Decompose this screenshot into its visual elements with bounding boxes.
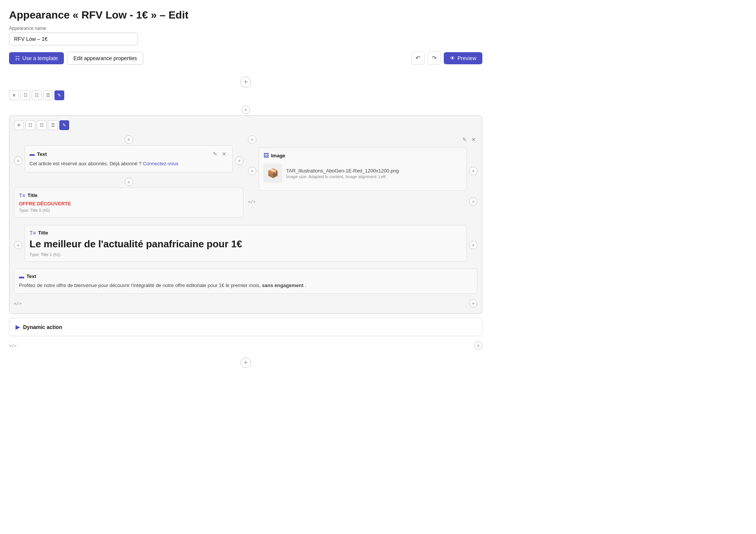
title2-sub: Type: Title 1 (h1) [29, 252, 462, 257]
inner-block-image: 🖼 Image 📦 TAR_Illustrations_AboGen-1E-Re… [259, 147, 467, 191]
text-block-title-row: ▬ Text [29, 151, 47, 157]
outer-block-main-copy[interactable]: ☷ [25, 120, 35, 130]
outer-block-1-edit[interactable]: ✎ [54, 90, 64, 100]
text-block-edit-btn[interactable]: ✎ [211, 150, 219, 158]
outer-block-main-close[interactable]: ✕ [14, 120, 24, 130]
undo-button[interactable]: ↶ [411, 51, 424, 65]
inner-block-text2: ▬ Text Profitez de notre offre de bienve… [14, 269, 477, 294]
outer-block-1-copy2[interactable]: ☷ [32, 90, 42, 100]
image-info: TAR_Illustrations_AboGen-1E-Red_1200x120… [286, 168, 399, 179]
outer-block-main: ✕ ☷ ☷ ☰ ✎ + + [9, 115, 482, 314]
title1-block-label: Title [28, 192, 38, 198]
add-left-title2-button[interactable]: + [14, 241, 22, 249]
title2-block-label: Title [38, 230, 48, 236]
title2-block-icon: T​≡ [29, 230, 36, 236]
toolbar-row: ☷ Use a template Edit appearance propert… [9, 51, 482, 65]
text-block-header: ▬ Text ✎ ✕ [29, 150, 228, 158]
outer-block-main-toolbar: ✕ ☷ ☷ ☰ ✎ [14, 120, 477, 130]
add-left-image-button[interactable]: + [248, 167, 256, 175]
toolbar-left: ☷ Use a template Edit appearance propert… [9, 52, 143, 65]
right-col-actions: ✎ ✕ [461, 134, 477, 145]
add-between-1: + [9, 104, 482, 115]
side-add-left-image: + [248, 167, 256, 175]
outer-block-1-toolbar-row: ✕ ☷ ☷ ☰ ✎ [9, 90, 482, 100]
text2-block-icon: ▬ [19, 273, 24, 279]
image-thumb-icon: 📦 [267, 168, 279, 179]
text-block-close-btn[interactable]: ✕ [220, 150, 228, 158]
outer-block-main-menu[interactable]: ☰ [48, 120, 58, 130]
template-icon: ☷ [15, 55, 20, 61]
code-icon-main: </> [14, 301, 22, 306]
add-right-image-button[interactable]: + [469, 167, 477, 175]
inner-block-text-wrapper: + + ▬ Text [14, 134, 243, 188]
image-block-label: Image [271, 153, 285, 158]
side-add-right-image: + [469, 167, 477, 175]
outer-block-main-edit[interactable]: ✎ [59, 120, 69, 130]
use-template-button[interactable]: ☷ Use a template [9, 52, 64, 64]
preview-button[interactable]: 👁 Preview [444, 52, 482, 64]
preview-label: Preview [457, 55, 476, 61]
right-col-edit-btn[interactable]: ✎ [461, 134, 468, 145]
text-block-link[interactable]: Connectez-vous [143, 161, 178, 166]
side-add-right-text: + [235, 157, 243, 165]
bottom-code-row: </> + [9, 340, 482, 351]
edit-props-label: Edit appearance properties [73, 55, 137, 61]
redo-button[interactable]: ↷ [428, 51, 441, 65]
image-block-header: 🖼 Image [263, 152, 462, 158]
code-icon-bottom: </> [9, 343, 17, 348]
add-right-title2-button[interactable]: + [469, 241, 477, 249]
add-above-text-button[interactable]: + [125, 135, 133, 144]
add-between-1-button[interactable]: + [242, 106, 250, 114]
toolbar-right: ↶ ↷ 👁 Preview [411, 51, 482, 65]
text-block-label: Text [37, 151, 47, 157]
inner-block-title2: T​≡ Title Le meilleur de l'actualité pan… [25, 225, 467, 262]
title2-wrapper: + T​≡ Title Le meilleur de l'actualité p… [14, 225, 477, 265]
image-block-row: + 🖼 Image 📦 [248, 147, 477, 194]
right-col-code-row: </> + [248, 194, 477, 209]
add-row-bottom: + [9, 354, 482, 371]
text-block-actions: ✎ ✕ [211, 150, 228, 158]
column-left: + + ▬ Text [14, 134, 243, 221]
image-thumbnail: 📦 [263, 164, 282, 183]
code-icon-right: </> [248, 199, 256, 204]
add-block-top-button[interactable]: + [240, 77, 251, 87]
image-preview-row: 📦 TAR_Illustrations_AboGen-1E-Red_1200x1… [263, 161, 462, 186]
image-block-icon: 🖼 [263, 152, 269, 158]
title1-block-header: T​≡ Title [19, 192, 239, 199]
right-col-top: + ✎ ✕ [248, 134, 477, 145]
text-block-row: + ▬ Text ✎ ✕ [14, 145, 243, 176]
outer-block-1-close[interactable]: ✕ [9, 90, 19, 100]
inner-block-title1: T​≡ Title OFFRE DÉCOUVERTE Type: Title 5… [14, 188, 243, 217]
title2-row: + T​≡ Title Le meilleur de l'actualité p… [14, 225, 477, 265]
inner-block-text: ▬ Text ✎ ✕ Cet article est réservé aux a… [25, 145, 233, 172]
columns-layout: + + ▬ Text [14, 134, 477, 221]
dynamic-icon: ▶ [15, 323, 20, 331]
add-top-right-button[interactable]: + [248, 135, 256, 144]
add-bottom-right-button[interactable]: + [469, 197, 477, 206]
add-bottom-main-button[interactable]: + [469, 299, 477, 307]
add-right-text-button[interactable]: + [235, 157, 243, 165]
add-top-right: + [248, 134, 256, 145]
edit-props-button[interactable]: Edit appearance properties [67, 52, 143, 65]
add-bottom-button[interactable]: + [474, 342, 482, 350]
title2-block-title-row: T​≡ Title [29, 230, 48, 236]
outer-block-1-menu[interactable]: ☰ [43, 90, 53, 100]
text2-block-header: ▬ Text [19, 273, 472, 279]
text-block-content: Cet article est réservé aux abonnés. Déj… [29, 160, 228, 168]
image-sub: Image size: Adapted to content, Image al… [286, 174, 399, 179]
main-block-code-row: </> + [14, 298, 477, 309]
text2-bold: sans engagement [262, 283, 304, 288]
title1-sub: Type: Title 5 (h5) [19, 208, 239, 213]
outer-block-main-copy2[interactable]: ☷ [37, 120, 46, 130]
outer-block-1-toolbar: ✕ ☷ ☷ ☰ ✎ [9, 90, 482, 100]
add-left-text-button[interactable]: + [14, 157, 22, 165]
outer-block-1-copy[interactable]: ☷ [20, 90, 30, 100]
right-col-close-btn[interactable]: ✕ [470, 134, 477, 145]
text2-wrapper: ▬ Text Profitez de notre offre de bienve… [14, 269, 477, 294]
add-block-bottom-button[interactable]: + [240, 357, 251, 368]
title1-block-title-row: T​≡ Title [19, 192, 37, 199]
add-between-text-title-button[interactable]: + [125, 178, 133, 186]
side-add-right-title2: + [469, 241, 477, 249]
image-filename: TAR_Illustrations_AboGen-1E-Red_1200x120… [286, 168, 399, 174]
appearance-name-input[interactable] [9, 33, 138, 45]
